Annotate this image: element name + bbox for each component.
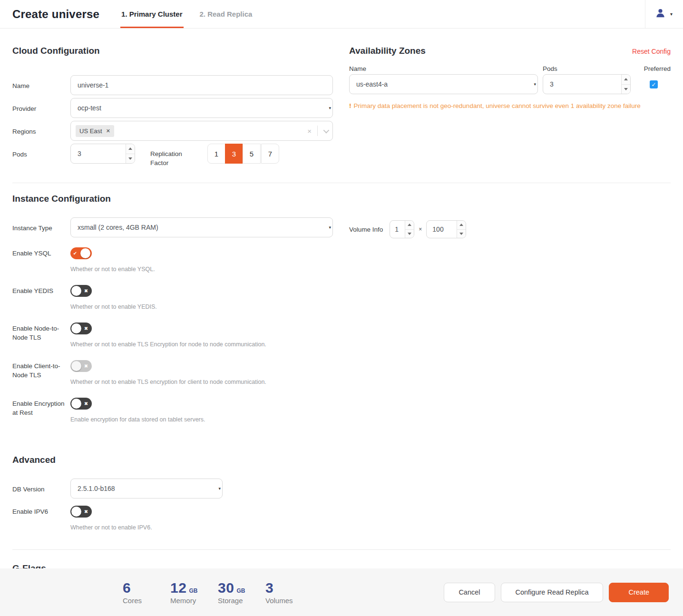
- provider-select[interactable]: ocp-test ▾: [70, 98, 333, 118]
- select-caret-icon: ▾: [329, 106, 331, 110]
- db-version-label: DB Version: [12, 479, 70, 499]
- toggle-knob: [71, 399, 81, 409]
- header-user-area[interactable]: ▾: [645, 0, 683, 28]
- db-version-selected-value: 2.5.1.0-b168: [78, 485, 115, 492]
- section-divider: [12, 549, 671, 550]
- select-caret-icon: ▾: [329, 225, 331, 230]
- wizard-tabs: 1. Primary Cluster 2. Read Replica: [113, 0, 261, 28]
- memory-value: 12: [170, 580, 186, 596]
- cancel-button[interactable]: Cancel: [444, 583, 495, 602]
- az-pods-input[interactable]: [543, 74, 631, 94]
- enable-ipv6-row: Enable IPV6 ✖ Whether or not to enable I…: [12, 506, 671, 540]
- page-title: Create universe: [12, 8, 99, 21]
- replication-factor-1-button[interactable]: 1: [207, 144, 225, 164]
- spinner-up-icon[interactable]: [457, 221, 466, 230]
- toggle-knob: [71, 286, 81, 296]
- replication-factor-label: Replication Factor: [150, 144, 185, 167]
- reset-config-link[interactable]: Reset Config: [632, 48, 671, 55]
- enable-encryption-at-rest-helper: Enable encryption for data stored on tab…: [70, 416, 671, 424]
- tab-primary-cluster[interactable]: 1. Primary Cluster: [120, 0, 183, 28]
- spinner-up-icon[interactable]: [126, 144, 135, 154]
- advanced-heading: Advanced: [12, 455, 56, 465]
- provider-selected-value: ocp-test: [78, 104, 101, 112]
- replication-factor-7-button[interactable]: 7: [261, 144, 279, 164]
- regions-row: Regions US East ✕ ×: [12, 121, 333, 141]
- enable-node-to-node-tls-label: Enable Node-to-Node TLS: [12, 323, 70, 357]
- enable-encryption-at-rest-row: Enable Encryption at Rest ✖ Enable encry…: [12, 398, 671, 432]
- memory-label: Memory: [170, 596, 200, 605]
- volume-size-spinner[interactable]: [457, 221, 466, 238]
- instance-type-select[interactable]: xsmall (2 cores, 4GB RAM) ▾: [70, 217, 333, 237]
- cores-value: 6: [123, 580, 131, 596]
- enable-ipv6-toggle[interactable]: ✖: [70, 506, 92, 518]
- configure-read-replica-button[interactable]: Configure Read Replica: [501, 583, 604, 602]
- volumes-label: Volumes: [265, 596, 295, 605]
- enable-ysql-row: Enable YSQL ✔ Whether or not to enable Y…: [12, 247, 671, 282]
- cloud-config-heading: Cloud Configuration: [12, 46, 100, 56]
- memory-stat: 12 GB Memory: [170, 580, 200, 605]
- enable-yedis-toggle[interactable]: ✖: [70, 285, 92, 297]
- instance-type-selected-value: xsmall (2 cores, 4GB RAM): [78, 224, 158, 231]
- az-row: us-east4-a ▾ ✓: [349, 74, 671, 94]
- storage-unit: GB: [236, 587, 245, 594]
- replication-factor-5-button[interactable]: 5: [243, 144, 261, 164]
- enable-client-to-node-tls-row: Enable Client-to-Node TLS ✖ Whether or n…: [12, 360, 671, 394]
- volume-count-spinner[interactable]: [405, 221, 414, 238]
- enable-ysql-label: Enable YSQL: [12, 247, 70, 282]
- instance-type-label: Instance Type: [12, 217, 70, 237]
- volumes-stat: 3 Volumes: [265, 580, 295, 605]
- spinner-down-icon[interactable]: [126, 154, 135, 164]
- enable-node-to-node-tls-row: Enable Node-to-Node TLS ✖ Whether or not…: [12, 323, 671, 357]
- storage-label: Storage: [218, 596, 248, 605]
- spinner-down-icon[interactable]: [457, 230, 466, 238]
- spinner-up-icon[interactable]: [622, 75, 630, 85]
- region-chip: US East ✕: [76, 125, 114, 137]
- enable-node-to-node-tls-toggle[interactable]: ✖: [70, 323, 92, 334]
- replication-factor-3-button[interactable]: 3: [225, 144, 243, 164]
- user-icon[interactable]: [655, 8, 666, 20]
- db-version-select[interactable]: 2.5.1.0-b168 ▾: [70, 479, 223, 499]
- az-warning: !Primary data placement is not geo-redun…: [349, 102, 671, 109]
- volume-times-label: ×: [419, 226, 422, 233]
- toggle-knob: [71, 507, 81, 517]
- tab-read-replica[interactable]: 2. Read Replica: [199, 0, 254, 28]
- enable-yedis-label: Enable YEDIS: [12, 285, 70, 319]
- region-chip-remove-icon[interactable]: ✕: [106, 128, 110, 134]
- toggle-x-icon: ✖: [81, 363, 91, 369]
- spinner-down-icon[interactable]: [622, 85, 630, 94]
- section-divider: [12, 183, 671, 183]
- az-pods-spinner[interactable]: [621, 75, 630, 94]
- spinner-up-icon[interactable]: [405, 221, 414, 230]
- resource-stats: 6 Cores 12 GB Memory 30 GB Storage 3 Vo: [123, 580, 295, 605]
- enable-encryption-at-rest-toggle[interactable]: ✖: [70, 398, 92, 410]
- az-preferred-column-label: Preferred: [635, 65, 671, 72]
- create-button[interactable]: Create: [609, 583, 669, 602]
- az-name-select[interactable]: us-east4-a ▾: [349, 74, 538, 94]
- volume-info-label: Volume Info: [349, 226, 383, 233]
- spinner-down-icon[interactable]: [405, 230, 414, 238]
- universe-name-input[interactable]: [70, 75, 333, 95]
- enable-ysql-helper: Whether or not to enable YSQL.: [70, 265, 671, 274]
- availability-zones-heading: Availability Zones: [349, 46, 426, 56]
- storage-value: 30: [218, 580, 234, 596]
- storage-stat: 30 GB Storage: [218, 580, 248, 605]
- regions-clear-icon[interactable]: ×: [307, 127, 312, 135]
- multiselect-divider: [317, 126, 318, 136]
- instance-configuration-section: Instance Configuration Instance Type xsm…: [12, 194, 671, 432]
- select-caret-icon: ▾: [534, 82, 536, 87]
- pods-spinner[interactable]: [126, 144, 135, 163]
- regions-chevron-down-icon[interactable]: [323, 127, 330, 133]
- toggle-knob: [80, 248, 90, 258]
- enable-ysql-toggle[interactable]: ✔: [70, 247, 92, 259]
- enable-node-to-node-tls-helper: Whether or not to enable TLS Encryption …: [70, 341, 671, 349]
- enable-yedis-helper: Whether or not to enable YEDIS.: [70, 303, 671, 311]
- user-menu-caret-icon[interactable]: ▾: [670, 11, 673, 17]
- warning-icon: !: [349, 102, 351, 109]
- regions-multiselect[interactable]: US East ✕ ×: [70, 121, 333, 141]
- gflags-section: G-Flags Master ✖ + Add Row: [12, 563, 671, 568]
- volumes-value: 3: [265, 580, 273, 596]
- pods-label: Pods: [12, 144, 70, 167]
- preferred-checkbox[interactable]: ✓: [650, 80, 658, 88]
- pods-row: Pods Replication Factor 1 3: [12, 144, 333, 167]
- gflags-heading: G-Flags: [12, 563, 46, 568]
